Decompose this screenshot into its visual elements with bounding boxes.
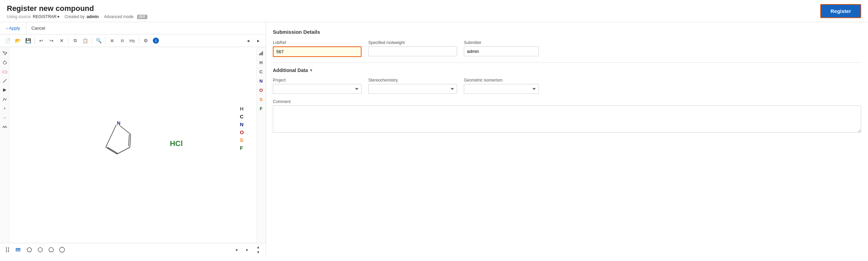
redo-button[interactable]: ↪ (47, 36, 56, 45)
bottom-up-arrow[interactable]: ▴ (253, 245, 263, 249)
undo-button[interactable]: ↩ (36, 36, 46, 45)
pentagon-button[interactable] (25, 245, 34, 255)
svg-marker-4 (3, 88, 6, 92)
atom-f[interactable]: F (240, 145, 244, 151)
expand-left-button[interactable]: ◂ (243, 36, 253, 45)
hexagon-button[interactable] (35, 245, 45, 255)
register-button[interactable]: Register (820, 4, 861, 18)
atom-map-button[interactable]: ⊞ (107, 36, 117, 45)
select-tool[interactable] (1, 49, 9, 57)
project-select[interactable] (273, 84, 362, 94)
text-c-tool[interactable]: C (257, 68, 265, 76)
reaction-tool[interactable] (1, 123, 9, 131)
delete-button[interactable]: ✕ (57, 36, 67, 45)
stereo-label: Stereochemistry (368, 78, 457, 83)
settings-icon: ⚙ (144, 38, 148, 43)
molweight-input[interactable] (368, 46, 457, 56)
additional-chevron-icon: ▾ (310, 68, 312, 73)
heptagon-button[interactable] (46, 245, 56, 255)
copy-button[interactable]: ⧉ (70, 36, 80, 45)
geoisom-label: Geometric isomerism (464, 78, 539, 83)
new-file-button[interactable]: 📄 (3, 36, 12, 45)
page-title: Register new compound (7, 4, 147, 13)
svg-rect-14 (261, 53, 262, 55)
redo-icon: ↪ (49, 38, 54, 43)
sketch-panel: ‹ Apply Cancel 📄 📂 💾 ↩ ↪ ✕ (0, 22, 266, 256)
additional-data-section: Additional Data ▾ Project Stereochemistr… (273, 68, 861, 133)
section-divider (273, 62, 861, 63)
stereo-select[interactable] (368, 84, 457, 94)
svg-line-6 (119, 126, 131, 134)
bottom-down-arrow[interactable]: ▾ (253, 250, 263, 255)
comment-textarea[interactable] (273, 105, 861, 133)
bracket-button[interactable] (3, 245, 12, 255)
chart-tool[interactable] (257, 49, 265, 57)
bottom-left-arrow[interactable]: ◂ (232, 245, 241, 255)
text-tool[interactable]: H (257, 58, 265, 67)
lasso-tool[interactable] (1, 58, 9, 67)
text-o-tool[interactable]: O (257, 86, 265, 94)
text-n-tool[interactable]: N (257, 77, 265, 85)
svg-rect-13 (259, 54, 260, 55)
svg-marker-21 (60, 247, 64, 252)
bond-tool[interactable] (1, 77, 9, 85)
atom-c[interactable]: C (240, 114, 244, 119)
zoom-in-button[interactable]: 🔍 (94, 36, 103, 45)
header-left: Register new compound Using source REGIS… (7, 4, 147, 19)
geoisom-select[interactable] (464, 84, 539, 94)
created-by-value: admin (87, 14, 99, 19)
atom-s[interactable]: S (240, 137, 244, 143)
cancel-button[interactable]: Cancel (27, 22, 50, 34)
canvas-wrapper: + − N (0, 47, 266, 243)
settings-button[interactable]: ⚙ (141, 36, 150, 45)
atom-h[interactable]: H (240, 106, 244, 112)
submission-details-section: Submission Details LnbRef Specified molw… (273, 29, 861, 57)
octagon-button[interactable] (57, 245, 67, 255)
atom-o[interactable]: O (240, 129, 244, 135)
undo-icon: ↩ (39, 38, 43, 43)
text-f-tool[interactable]: F (257, 104, 265, 113)
source-value[interactable]: REGISTRAR ▾ (33, 14, 59, 19)
toolbar-sep-5 (139, 37, 139, 44)
info-button[interactable]: i (151, 36, 161, 45)
bottom-updown: ▴ ▾ (253, 245, 263, 255)
project-label: Project (273, 78, 362, 83)
submitter-input[interactable] (464, 46, 539, 56)
svg-marker-20 (49, 247, 54, 252)
project-field: Project (273, 78, 362, 94)
hcl-label: HCl (170, 139, 183, 148)
chain-button[interactable]: ⊟ (117, 36, 127, 45)
toolbar-sep-2 (68, 37, 69, 44)
additional-data-title[interactable]: Additional Data ▾ (273, 68, 861, 73)
open-button[interactable]: 📂 (13, 36, 23, 45)
atom-n[interactable]: N (240, 121, 244, 127)
align-button[interactable]: H± (128, 36, 137, 45)
new-file-icon: 📄 (5, 38, 11, 43)
using-source-label: Using source (7, 14, 31, 19)
apply-button[interactable]: ‹ Apply (0, 22, 27, 34)
canvas-area[interactable]: N (10, 47, 256, 243)
lnbref-input[interactable] (273, 46, 362, 57)
svg-marker-19 (38, 247, 42, 252)
chain-draw-tool[interactable] (1, 95, 9, 103)
stereo-bond-tool[interactable] (1, 86, 9, 94)
minus-tool[interactable]: − (1, 114, 9, 122)
chain-icon: ⊟ (121, 39, 124, 43)
app-header: Register new compound Using source REGIS… (0, 0, 868, 22)
dot-1: · (61, 14, 62, 19)
aux-button[interactable]: AUX (14, 245, 23, 255)
paste-button[interactable]: 📋 (80, 36, 90, 45)
expand-right-icon: ▸ (257, 38, 260, 43)
plus-tool[interactable]: + (1, 104, 9, 113)
svg-line-12 (106, 125, 116, 147)
comment-label: Comment (273, 99, 861, 104)
bottom-right-arrow[interactable]: ▸ (242, 245, 252, 255)
toolbar-sep-1 (34, 37, 35, 44)
erase-tool[interactable] (1, 68, 9, 76)
submission-section-title: Submission Details (273, 29, 861, 35)
text-s-tool[interactable]: S (257, 95, 265, 103)
expand-right-button[interactable]: ▸ (253, 36, 263, 45)
save-button[interactable]: 💾 (23, 36, 33, 45)
advanced-mode-toggle[interactable]: OFF (137, 15, 147, 19)
svg-marker-18 (27, 247, 32, 252)
